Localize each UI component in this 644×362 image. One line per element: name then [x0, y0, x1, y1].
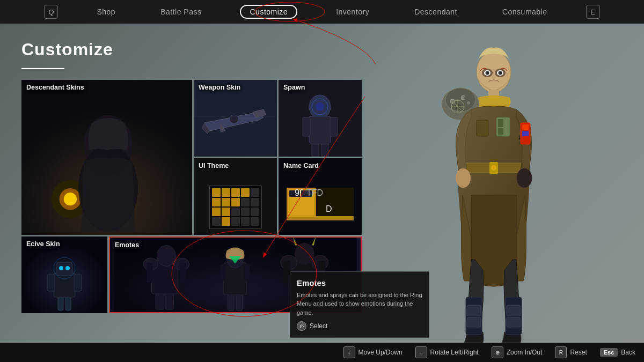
character-display — [413, 34, 574, 343]
nav-key-left[interactable]: Q — [44, 5, 58, 19]
grid-cell-ui-theme[interactable]: UI Theme — [194, 158, 277, 235]
svg-rect-14 — [330, 117, 338, 136]
cell-label-weapon-skin: Weapon Skin — [199, 84, 240, 91]
nav-item-inventory[interactable]: Inventory — [330, 5, 376, 18]
svg-point-74 — [461, 95, 465, 100]
page-title: Customize — [21, 40, 333, 60]
rotate-label: Rotate Left/Right — [430, 349, 479, 356]
svg-rect-100 — [522, 124, 529, 130]
svg-point-83 — [491, 165, 496, 171]
svg-point-4 — [64, 193, 77, 205]
svg-point-57 — [295, 243, 314, 265]
control-move: ↕ Move Up/Down — [343, 346, 402, 358]
top-nav: Q Shop Battle Pass Customize Inventory D… — [0, 0, 644, 24]
svg-rect-36 — [47, 274, 55, 291]
emotes-tooltip: Emotes Emotes and sprays can be assigned… — [290, 271, 429, 338]
svg-rect-47 — [180, 263, 186, 283]
svg-rect-16 — [321, 143, 328, 157]
select-icon[interactable]: ⊙ — [297, 321, 306, 331]
move-icon: ↕ — [343, 346, 355, 358]
svg-point-84 — [517, 168, 532, 188]
svg-point-85 — [456, 168, 471, 188]
nav-item-battlepass[interactable]: Battle Pass — [154, 5, 208, 18]
svg-rect-92 — [467, 317, 481, 327]
tooltip-title: Emotes — [297, 278, 422, 287]
zoom-icon: ⊕ — [492, 346, 503, 358]
svg-rect-94 — [507, 305, 521, 316]
esc-button[interactable]: Esc — [600, 348, 618, 357]
svg-rect-87 — [498, 119, 503, 127]
move-label: Move Up/Down — [358, 349, 402, 356]
cell-label-ecive-skin: Ecive Skin — [26, 240, 60, 248]
svg-rect-12 — [309, 116, 331, 143]
rotate-icon: ↔ — [415, 346, 427, 358]
svg-rect-32 — [54, 273, 75, 297]
title-underline — [21, 68, 64, 69]
svg-rect-52 — [221, 264, 226, 281]
control-zoom: ⊕ Zoom In/Out — [492, 346, 543, 358]
cell-label-emotes: Emotes — [115, 241, 139, 249]
nav-item-customize[interactable]: Customize — [240, 5, 297, 19]
svg-point-69 — [499, 71, 502, 75]
svg-rect-53 — [245, 264, 250, 281]
control-rotate: ↔ Rotate Left/Right — [415, 346, 479, 358]
svg-point-68 — [486, 71, 489, 75]
svg-point-18 — [316, 102, 324, 111]
svg-rect-13 — [303, 117, 310, 136]
svg-point-63 — [477, 51, 511, 92]
grid-cell-descendant-skins[interactable]: Descendant Skins — [21, 80, 192, 235]
svg-rect-95 — [507, 317, 521, 327]
svg-point-35 — [65, 266, 70, 270]
svg-text:TFD: TFD — [306, 188, 323, 197]
svg-rect-37 — [74, 274, 82, 291]
control-reset: R Reset — [555, 346, 587, 358]
svg-rect-91 — [467, 305, 481, 316]
nav-item-consumable[interactable]: Consumable — [496, 5, 554, 18]
grid-cell-weapon-skin[interactable]: Weapon Skin — [194, 80, 277, 157]
nav-key-right[interactable]: E — [586, 5, 600, 19]
svg-rect-101 — [522, 131, 529, 136]
back-label: Back — [621, 349, 635, 356]
select-label[interactable]: Select — [310, 322, 327, 330]
zoom-label: Zoom In/Out — [507, 349, 543, 356]
cell-label-descendant-skins: Descendant Skins — [26, 84, 84, 91]
grid-cell-ecive-skin[interactable]: Ecive Skin — [21, 237, 107, 313]
svg-rect-46 — [147, 263, 153, 283]
svg-point-43 — [157, 246, 175, 267]
svg-rect-15 — [312, 143, 319, 157]
svg-rect-88 — [498, 128, 503, 135]
cell-label-name-card: Name Card — [283, 162, 319, 169]
svg-point-8 — [230, 115, 238, 123]
svg-text:D: D — [326, 204, 332, 213]
reset-icon: R — [555, 346, 567, 358]
bottom-bar: ↕ Move Up/Down ↔ Rotate Left/Right ⊕ Zoo… — [0, 343, 644, 362]
tooltip-select-row: ⊙ Select — [297, 321, 422, 331]
svg-rect-89 — [477, 120, 488, 136]
nav-item-shop[interactable]: Shop — [90, 5, 122, 18]
tooltip-description: Emotes and sprays can be assigned to the… — [297, 291, 422, 317]
nav-item-descendant[interactable]: Descendant — [408, 5, 464, 18]
cell-label-ui-theme: UI Theme — [199, 162, 229, 169]
control-back: Esc Back — [600, 348, 635, 357]
svg-rect-33 — [56, 262, 72, 276]
cell-label-spawn: Spawn — [283, 84, 305, 91]
reset-label: Reset — [570, 349, 587, 356]
customize-grid: Descendant Skins Weapon Skin — [21, 80, 333, 313]
svg-point-34 — [59, 266, 63, 270]
svg-point-75 — [467, 101, 470, 105]
